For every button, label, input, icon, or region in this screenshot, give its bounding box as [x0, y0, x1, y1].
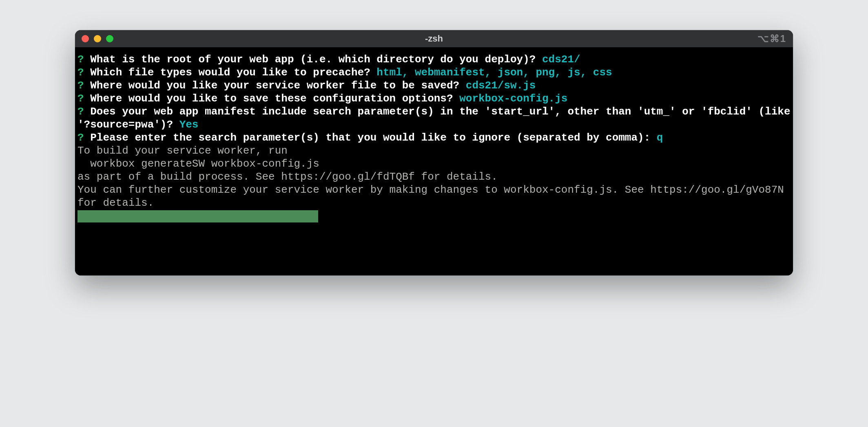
output-line: workbox generateSW workbox-config.js [78, 157, 790, 170]
minimize-icon[interactable] [94, 35, 101, 42]
output-line: You can further customize your service w… [78, 183, 790, 209]
prompt-mark: ? [78, 53, 84, 66]
titlebar: -zsh ⌥⌘1 [75, 30, 793, 47]
prompt-line: ? Does your web app manifest include sea… [78, 105, 790, 131]
prompt-mark: ? [78, 106, 84, 118]
zoom-icon[interactable] [106, 35, 113, 42]
answer-text: cds21/ [542, 53, 580, 66]
prompt-line: ? Please enter the search parameter(s) t… [78, 131, 790, 144]
prompt-mark: ? [78, 132, 84, 144]
answer-text: q [657, 132, 663, 144]
pane-indicator: ⌥⌘1 [757, 33, 786, 44]
question-text: Where would you like your service worker… [90, 79, 459, 92]
output-line: To build your service worker, run [78, 144, 790, 157]
close-icon[interactable] [82, 35, 89, 42]
answer-text: html, webmanifest, json, png, js, css [376, 66, 612, 79]
prompt-line: ? Where would you like your service work… [78, 79, 790, 92]
prompt-mark: ? [78, 79, 84, 92]
question-text: Which file types would you like to preca… [90, 66, 370, 79]
prompt-line: ? Where would you like to save these con… [78, 92, 790, 105]
prompt-mark: ? [78, 66, 84, 79]
answer-text: cds21/sw.js [466, 79, 536, 92]
question-text: What is the root of your web app (i.e. w… [90, 53, 536, 66]
cursor-icon [78, 210, 318, 222]
question-text: Where would you like to save these confi… [90, 92, 453, 105]
terminal-window: -zsh ⌥⌘1 ? What is the root of your web … [75, 30, 793, 275]
terminal-content[interactable]: ? What is the root of your web app (i.e.… [75, 47, 793, 275]
window-controls [82, 35, 113, 42]
answer-text: Yes [179, 119, 199, 131]
prompt-mark: ? [78, 92, 84, 105]
prompt-line: ? Which file types would you like to pre… [78, 66, 790, 79]
question-text: Please enter the search parameter(s) tha… [90, 132, 650, 144]
prompt-line: ? What is the root of your web app (i.e.… [78, 53, 790, 66]
window-title: -zsh [75, 33, 793, 44]
cursor-line [78, 209, 790, 222]
output-line: as part of a build process. See https://… [78, 170, 790, 183]
answer-text: workbox-config.js [459, 92, 567, 105]
